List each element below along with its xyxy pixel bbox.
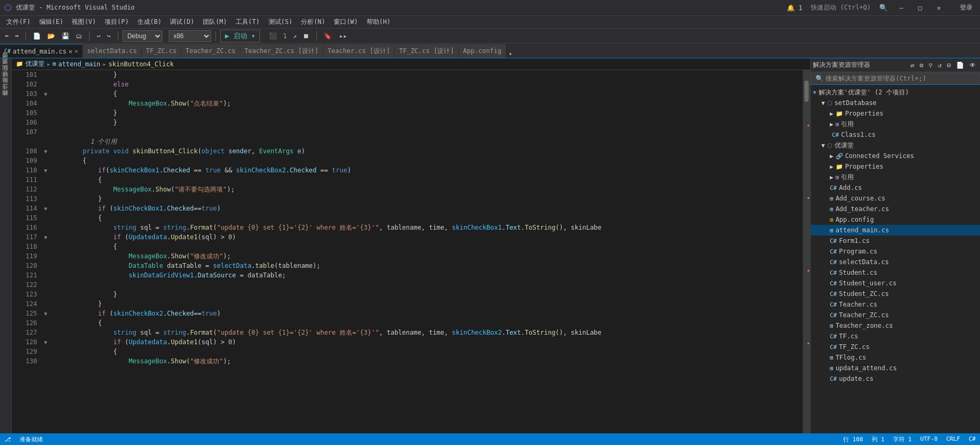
left-panel-item-7[interactable]: 构建 — [1, 99, 11, 103]
se-ykt-attend-main[interactable]: ⊞ attend_main.cs — [811, 225, 980, 235]
status-col[interactable]: 列 1 — [872, 435, 884, 443]
tab-overflow-button[interactable]: ▾ — [506, 50, 515, 58]
toolbar-redo-btn[interactable]: ↪ — [105, 31, 114, 41]
se-btn-showfiles[interactable]: 👁 — [967, 60, 978, 70]
fold-114[interactable]: ▼ — [41, 204, 50, 213]
toolbar-save-btn[interactable]: 💾 — [59, 31, 72, 41]
menu-project[interactable]: 项目(P) — [100, 16, 133, 28]
menu-file[interactable]: 文件(F) — [2, 16, 35, 28]
menu-test[interactable]: 测试(S) — [264, 16, 297, 28]
se-ykt-add[interactable]: C# Add.cs — [811, 182, 980, 193]
se-ykt-teacher[interactable]: C# Teacher.cs — [811, 299, 980, 310]
se-ykt-connected[interactable]: ▶ 🔗 Connected Services — [811, 151, 980, 161]
tab-teacher-zc-design[interactable]: Teacher_ZC.cs [设计] — [240, 44, 324, 58]
menu-help[interactable]: 帮助(H) — [362, 16, 395, 28]
se-setdb-properties[interactable]: ▶ 📁 Properties — [811, 108, 980, 119]
menu-team[interactable]: 团队(M) — [198, 16, 231, 28]
se-search-bar[interactable]: 🔍 搜索解决方案资源管理器(Ctrl+;) — [811, 72, 980, 85]
se-ykt-student-zc[interactable]: C# Student_ZC.cs — [811, 289, 980, 299]
vertical-scrollbar[interactable] — [803, 70, 810, 433]
se-ykt-selectdata[interactable]: C# selectData.cs — [811, 257, 980, 267]
fold-110[interactable]: ▼ — [41, 165, 50, 175]
menu-debug[interactable]: 调试(D) — [166, 16, 198, 28]
menu-analyze[interactable]: 分析(N) — [297, 16, 329, 28]
toolbar-more-btn[interactable]: ▸▸ — [336, 31, 349, 41]
fold-128[interactable]: ▼ — [41, 337, 50, 347]
tab-teacher-zc[interactable]: Teacher_ZC.cs — [181, 44, 240, 58]
platform-dropdown[interactable]: x86 x64 Any CPU — [169, 30, 211, 42]
maximize-button[interactable]: □ — [915, 3, 925, 13]
toolbar-bookmark-btn[interactable]: 🔖 — [321, 31, 334, 41]
se-project-youketang[interactable]: ▼ ⬡ 优课堂 — [811, 140, 980, 151]
se-ykt-program[interactable]: C# Program.cs — [811, 246, 980, 257]
breadcrumb-class[interactable]: attend_main — [58, 60, 100, 68]
scroll-thumb[interactable] — [804, 81, 809, 102]
se-ykt-updata-attend[interactable]: ⊞ updata_attend.cs — [811, 363, 980, 373]
se-ykt-update[interactable]: C# update.cs — [811, 373, 980, 384]
se-ykt-add-course[interactable]: ⊞ Add_course.cs — [811, 193, 980, 204]
search-icon[interactable]: 🔍 — [879, 4, 888, 12]
left-panel-item-2[interactable]: 资源 — [1, 67, 11, 71]
fold-125[interactable]: ▼ — [41, 309, 50, 318]
se-ykt-tf-zc[interactable]: C# TF_ZC.cs — [811, 342, 980, 352]
status-ch[interactable]: 字符 1 — [893, 435, 912, 443]
start-button[interactable]: ▶ 启动 ▾ — [220, 30, 260, 42]
left-panel-item-1[interactable]: 管理 — [1, 60, 11, 65]
se-btn-props[interactable]: ⚙ — [917, 60, 925, 70]
se-ykt-teacher-zc[interactable]: C# Teacher_ZC.cs — [811, 310, 980, 320]
tab-attend-main[interactable]: C# attend_main.cs ✕ ✕ — [0, 44, 83, 58]
se-btn-sync[interactable]: ⇄ — [908, 60, 916, 70]
se-setdb-ref[interactable]: ▶ ⊞ 引用 — [811, 119, 980, 129]
se-ykt-tflog[interactable]: ⊞ TFlog.cs — [811, 352, 980, 363]
tab-selectdata[interactable]: selectData.cs — [83, 44, 142, 58]
toolbar-stop-btn[interactable]: ⏹ — [300, 31, 312, 41]
toolbar-undo-btn[interactable]: ↩ — [94, 31, 103, 41]
toolbar-step-btn[interactable]: ⤵ — [281, 31, 289, 41]
status-lang[interactable]: C# — [969, 435, 976, 443]
se-solution-root[interactable]: ▼ 解决方案'优课堂' (2 个项目) — [811, 87, 980, 98]
toolbar-open-btn[interactable]: 📂 — [45, 31, 58, 41]
notifications-icon[interactable]: 🔔 1 — [787, 4, 802, 12]
tab-close-attend[interactable]: ✕ — [74, 48, 78, 55]
left-panel-item-3[interactable]: 团队 — [1, 73, 11, 77]
toolbar-back-btn[interactable]: ⬅ — [2, 31, 11, 41]
se-ykt-properties[interactable]: ▶ 📁 Properties — [811, 161, 980, 172]
breadcrumb-member[interactable]: skinButton4_Click — [109, 60, 174, 68]
close-button[interactable]: ✕ — [934, 3, 944, 13]
se-ykt-appconfig[interactable]: ⊞ App.config — [811, 214, 980, 225]
se-ykt-student[interactable]: C# Student.cs — [811, 267, 980, 278]
code-content[interactable]: } else { MessageBox.Show("点名结束"); } } 1 … — [50, 70, 803, 433]
tab-teacher-design[interactable]: Teacher.cs [设计] — [323, 44, 395, 58]
se-ykt-ref[interactable]: ▶ ⊞ 引用 — [811, 172, 980, 182]
debug-config-dropdown[interactable]: Debug Release — [123, 30, 162, 42]
menu-window[interactable]: 窗口(W) — [329, 16, 362, 28]
se-ykt-teacher-zone[interactable]: ⊞ Teacher_zone.cs — [811, 320, 980, 331]
breadcrumb-project[interactable]: 优课堂 — [25, 59, 45, 68]
se-ykt-tf[interactable]: C# TF.cs — [811, 331, 980, 342]
toolbar-step2-btn[interactable]: ↗ — [290, 31, 299, 41]
fold-103[interactable]: ▼ — [41, 89, 50, 99]
se-setdb-class1[interactable]: C# Class1.cs — [811, 129, 980, 140]
left-panel-item-4[interactable]: 错误 — [1, 80, 11, 84]
menu-edit[interactable]: 编辑(E) — [35, 16, 68, 28]
tab-tf-zc-design[interactable]: TF_ZC.cs [设计] — [395, 44, 458, 58]
tab-tf-zc[interactable]: TF_ZC.cs — [142, 44, 181, 58]
toolbar-new-btn[interactable]: 📄 — [30, 31, 44, 41]
se-ykt-student-user[interactable]: C# Student_user.cs — [811, 278, 980, 289]
se-btn-newfile[interactable]: 📄 — [954, 60, 966, 70]
menu-build[interactable]: 生成(B) — [133, 16, 166, 28]
fold-108[interactable]: ▼ — [41, 146, 50, 156]
toolbar-breakpoint-btn[interactable]: ⬛ — [266, 31, 280, 41]
status-encoding[interactable]: UTF-8 — [920, 435, 938, 443]
toolbar-fwd-btn[interactable]: ➡ — [12, 31, 21, 41]
status-line[interactable]: 行 108 — [843, 435, 863, 443]
left-panel-item-6[interactable]: 上传 — [1, 92, 11, 97]
login-button[interactable]: 登录 — [957, 2, 976, 13]
fold-117[interactable]: ▼ — [41, 232, 50, 242]
se-ykt-add-teacher[interactable]: ⊞ Add_teacher.cs — [811, 204, 980, 214]
se-ykt-form1[interactable]: C# Form1.cs — [811, 235, 980, 246]
menu-tools[interactable]: 工具(T) — [231, 16, 264, 28]
se-btn-refresh[interactable]: ↺ — [936, 60, 944, 70]
toolbar-save-all-btn[interactable]: 🗂 — [73, 31, 85, 41]
se-btn-collapse[interactable]: ⊟ — [945, 60, 953, 70]
